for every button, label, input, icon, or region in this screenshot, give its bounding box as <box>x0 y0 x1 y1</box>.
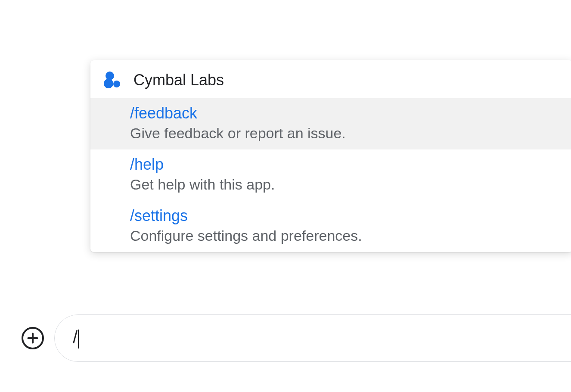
app-name: Cymbal Labs <box>133 71 224 89</box>
command-list: /feedback Give feedback or report an iss… <box>90 98 571 252</box>
svg-point-0 <box>106 72 114 80</box>
plus-icon <box>27 332 39 344</box>
command-description: Get help with this app. <box>130 176 561 193</box>
message-input-row: / <box>22 314 571 362</box>
command-item-settings[interactable]: /settings Configure settings and prefere… <box>90 201 571 252</box>
command-name: /feedback <box>130 104 561 122</box>
add-attachment-button[interactable] <box>22 327 44 349</box>
svg-point-2 <box>113 81 120 87</box>
message-input[interactable]: / <box>73 328 79 348</box>
command-description: Configure settings and preferences. <box>130 227 561 244</box>
popup-header: Cymbal Labs <box>90 60 571 98</box>
command-description: Give feedback or report an issue. <box>130 125 561 142</box>
text-cursor <box>78 330 79 348</box>
slash-command-popup: Cymbal Labs /feedback Give feedback or r… <box>90 60 571 252</box>
command-name: /settings <box>130 207 561 225</box>
command-item-feedback[interactable]: /feedback Give feedback or report an iss… <box>90 98 571 149</box>
cymbal-labs-icon <box>102 70 123 90</box>
message-input-container[interactable]: / <box>54 314 571 362</box>
svg-point-1 <box>104 79 113 88</box>
command-item-help[interactable]: /help Get help with this app. <box>90 149 571 201</box>
command-name: /help <box>130 156 561 174</box>
